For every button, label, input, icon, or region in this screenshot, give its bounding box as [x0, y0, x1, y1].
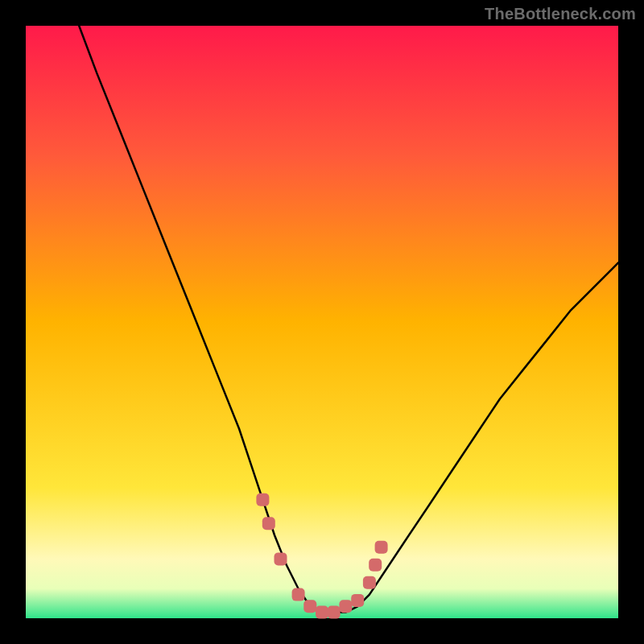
curve-marker [262, 517, 275, 530]
curve-marker [303, 600, 316, 613]
curve-marker [256, 493, 269, 506]
bottleneck-curve [26, 26, 618, 618]
curve-marker [375, 541, 388, 554]
curve-marker [275, 552, 287, 565]
curve-marker [292, 588, 305, 601]
chart-frame: TheBottleneck.com [0, 0, 644, 644]
curve-marker [339, 600, 352, 613]
curve-path [79, 26, 618, 613]
curve-marker [328, 606, 341, 619]
curve-marker [351, 594, 364, 607]
watermark-text: TheBottleneck.com [485, 5, 636, 23]
curve-marker [363, 576, 376, 589]
curve-marker [316, 606, 328, 619]
plot-area [26, 26, 618, 618]
curve-marker [369, 559, 382, 572]
